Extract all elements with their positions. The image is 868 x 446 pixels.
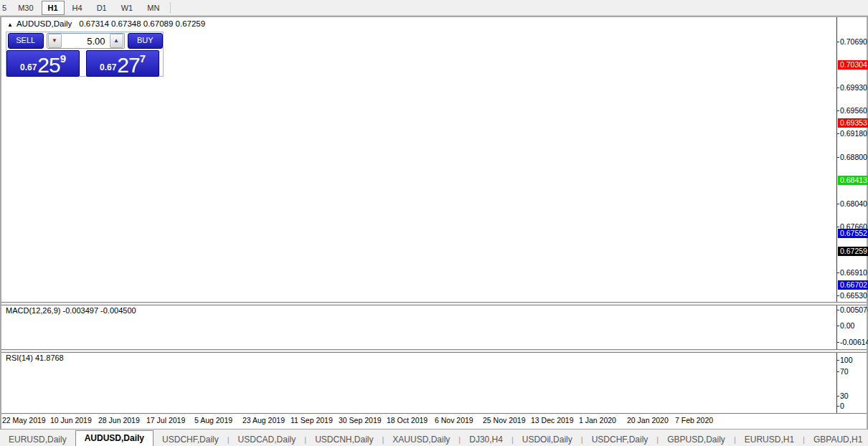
date-label: 25 Nov 2019 bbox=[483, 416, 526, 424]
toolbar-separator bbox=[170, 2, 171, 14]
sell-price-big: 25 bbox=[37, 54, 60, 76]
chart-tab-usdchf-daily[interactable]: USDCHF,Daily bbox=[154, 432, 227, 446]
date-label: 10 Jun 2019 bbox=[50, 416, 92, 424]
macd-tick-mark bbox=[836, 326, 839, 326]
price-tick-mark bbox=[836, 110, 839, 111]
price-tick-label: 0.66910 bbox=[840, 268, 867, 277]
line-price-label: 0.66702 bbox=[838, 280, 868, 290]
timeframe-button-h4[interactable]: H4 bbox=[66, 1, 89, 15]
chart-tab-gbpusd-daily[interactable]: GBPUSD,Daily bbox=[659, 432, 734, 446]
volume-decrease-icon[interactable]: ▼ bbox=[48, 34, 62, 48]
price-axis-separator bbox=[836, 17, 837, 414]
rsi-panel-divider[interactable] bbox=[1, 349, 867, 353]
one-click-trading-panel: SELL ▼ 5.00 ▲ BUY 0.67 25 9 0.67 27 7 bbox=[6, 32, 164, 77]
macd-axis-label: 0.005076 bbox=[840, 305, 868, 314]
macd-axis-label: -0.006148 bbox=[840, 338, 868, 346]
chart-tab-usdcnh-daily[interactable]: USDCNH,Daily bbox=[306, 432, 382, 446]
rsi-axis-label: 100 bbox=[840, 356, 853, 364]
volume-increase-icon[interactable]: ▲ bbox=[110, 34, 123, 48]
date-label: 17 Jul 2019 bbox=[146, 416, 185, 424]
price-tick-mark bbox=[836, 87, 839, 88]
date-label: 20 Jan 2020 bbox=[627, 416, 669, 424]
ohlc-values: 0.67314 0.67348 0.67089 0.67259 bbox=[79, 19, 205, 28]
buy-price-big: 27 bbox=[117, 54, 139, 76]
price-tick-label: 0.70690 bbox=[840, 37, 867, 46]
rsi-tick-mark bbox=[836, 406, 839, 407]
timeframe-toolbar: 5M30H1H4D1W1MN bbox=[0, 0, 868, 16]
timeframe-button-5[interactable]: 5 bbox=[0, 1, 10, 15]
chart-title: AUDUSD,Daily bbox=[16, 19, 72, 28]
chart-tab-bar: EURUSD,DailyAUDUSD,DailyUSDCHF,Daily|USD… bbox=[0, 429, 868, 446]
date-label: 23 Aug 2019 bbox=[242, 416, 285, 424]
line-price-label: 0.67552 bbox=[838, 229, 868, 238]
price-tick-mark bbox=[836, 295, 839, 296]
price-tick-label: 0.66530 bbox=[840, 291, 867, 300]
rsi-tick-mark bbox=[836, 360, 839, 361]
sell-price-prefix: 0.67 bbox=[20, 62, 37, 72]
macd-axis-label: 0.00 bbox=[840, 321, 854, 330]
date-label: 13 Dec 2019 bbox=[531, 416, 574, 424]
price-tick-mark bbox=[836, 204, 839, 204]
price-tick-label: 0.68040 bbox=[840, 199, 867, 208]
timeframe-button-d1[interactable]: D1 bbox=[90, 1, 113, 15]
macd-tick-mark bbox=[836, 342, 839, 343]
line-price-label: 0.69353 bbox=[838, 118, 868, 128]
price-tick-mark bbox=[836, 227, 839, 227]
line-price-label: 0.68413 bbox=[838, 176, 868, 185]
timeframe-button-m30[interactable]: M30 bbox=[11, 1, 39, 15]
rsi-tick-mark bbox=[836, 396, 839, 397]
chart-tab-dj30-h4[interactable]: DJ30,H4 bbox=[461, 432, 511, 446]
timeframe-button-w1[interactable]: W1 bbox=[115, 1, 140, 15]
rsi-axis-label: 30 bbox=[840, 392, 849, 400]
chart-tab-usdcad-daily[interactable]: USDCAD,Daily bbox=[230, 432, 305, 446]
time-axis-divider bbox=[1, 413, 867, 414]
chart-window bbox=[0, 16, 868, 430]
buy-button[interactable]: BUY bbox=[128, 33, 164, 49]
date-label: 7 Feb 2020 bbox=[675, 416, 713, 424]
line-price-label: 0.70304 bbox=[838, 60, 868, 70]
price-tick-label: 0.69180 bbox=[840, 129, 867, 138]
sell-price-pip: 9 bbox=[60, 52, 66, 65]
chart-tab-audusd-daily[interactable]: AUDUSD,Daily bbox=[75, 430, 154, 446]
macd-panel-divider[interactable] bbox=[1, 302, 867, 305]
sell-button[interactable]: SELL bbox=[8, 33, 44, 49]
volume-spinner: ▼ 5.00 ▲ bbox=[47, 33, 125, 49]
macd-tick-mark bbox=[836, 310, 839, 310]
price-tick-label: 0.69930 bbox=[840, 83, 867, 92]
timeframe-button-mn[interactable]: MN bbox=[141, 1, 166, 15]
price-tick-mark bbox=[836, 272, 839, 273]
buy-price-button[interactable]: 0.67 27 7 bbox=[86, 50, 159, 77]
timeframe-button-h1[interactable]: H1 bbox=[42, 1, 65, 15]
collapse-arrow-icon[interactable]: ▲ bbox=[7, 22, 13, 28]
buy-price-pip: 7 bbox=[140, 52, 146, 65]
chart-tab-eurusd-h1[interactable]: EURUSD,H1 bbox=[736, 432, 803, 446]
date-label: 1 Jan 2020 bbox=[579, 416, 616, 424]
rsi-indicator-label: RSI(14) 41.8768 bbox=[6, 354, 64, 362]
chart-tab-xauusd-daily[interactable]: XAUUSD,Daily bbox=[384, 432, 458, 446]
date-label: 18 Oct 2019 bbox=[387, 416, 428, 424]
date-label: 11 Sep 2019 bbox=[291, 416, 333, 424]
chart-tab-gbpaud-h1[interactable]: GBPAUD,H1 bbox=[805, 432, 868, 446]
chart-header: ▲AUDUSD,Daily0.67314 0.67348 0.67089 0.6… bbox=[7, 19, 205, 28]
price-tick-mark bbox=[836, 157, 839, 158]
date-label: 30 Sep 2019 bbox=[339, 416, 382, 424]
date-label: 22 May 2019 bbox=[2, 416, 46, 424]
price-tick-label: 0.69560 bbox=[840, 106, 867, 115]
volume-input[interactable]: 5.00 bbox=[62, 36, 109, 47]
rsi-tick-mark bbox=[836, 371, 839, 372]
date-label: 6 Nov 2019 bbox=[435, 416, 473, 424]
date-label: 28 Jun 2019 bbox=[98, 416, 140, 424]
chart-tab-usdoil-daily[interactable]: USDOil,Daily bbox=[514, 432, 581, 446]
price-tick-label: 0.68800 bbox=[840, 153, 867, 161]
chart-tab-usdchf-daily[interactable]: USDCHF,Daily bbox=[583, 432, 657, 446]
chart-tab-eurusd-daily[interactable]: EURUSD,Daily bbox=[0, 432, 75, 446]
price-tick-mark bbox=[836, 133, 839, 134]
date-label: 5 Aug 2019 bbox=[194, 416, 232, 424]
rsi-axis-label: 70 bbox=[840, 367, 849, 376]
sell-price-button[interactable]: 0.67 25 9 bbox=[6, 50, 80, 77]
buy-price-prefix: 0.67 bbox=[100, 62, 116, 72]
macd-indicator-label: MACD(12,26,9) -0.003497 -0.004500 bbox=[6, 306, 136, 315]
price-tick-mark bbox=[836, 42, 839, 42]
current-price-label: 0.67259 bbox=[838, 247, 868, 256]
rsi-axis-label: 0 bbox=[840, 402, 844, 410]
